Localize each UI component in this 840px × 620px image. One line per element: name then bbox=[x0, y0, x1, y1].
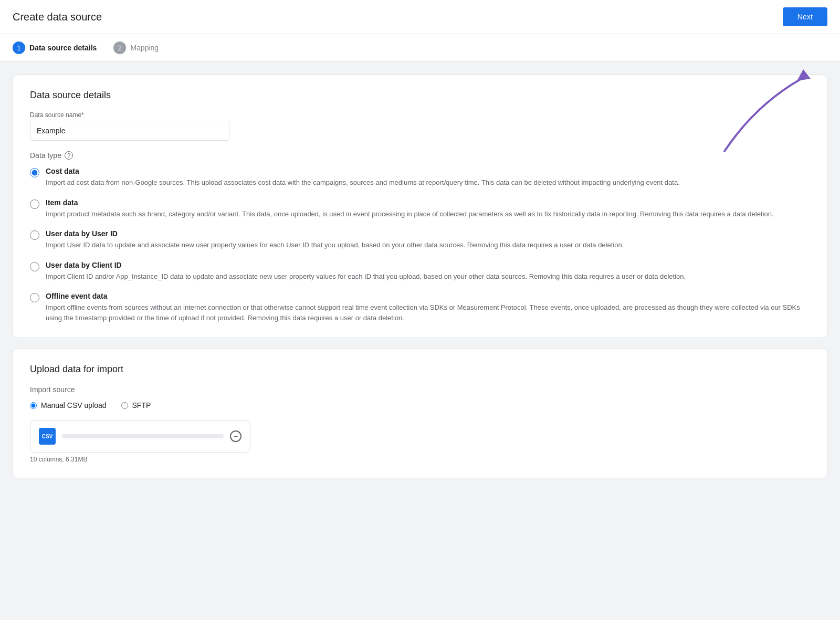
radio-item-data-title: Item data bbox=[46, 198, 810, 207]
top-bar: Create data source Next bbox=[0, 0, 840, 34]
page-title: Create data source bbox=[13, 11, 102, 23]
radio-item-data-desc: Import product metadata such as brand, c… bbox=[46, 209, 810, 219]
step-2-label: Mapping bbox=[130, 44, 159, 52]
radio-user-id-title: User data by User ID bbox=[46, 229, 810, 238]
remove-file-icon[interactable]: − bbox=[230, 430, 242, 442]
file-progress-bar bbox=[62, 434, 224, 438]
file-upload-wrapper: CSV − 10 columns, 6.31MB bbox=[30, 420, 810, 463]
data-source-details-title: Data source details bbox=[30, 90, 810, 101]
radio-offline-desc: Import offline events from sources witho… bbox=[46, 302, 810, 323]
radio-sftp[interactable] bbox=[121, 402, 128, 409]
data-source-name-label: Data source name* bbox=[30, 111, 810, 119]
step-2: 2 Mapping bbox=[113, 41, 159, 54]
radio-option-user-id: User data by User ID Import User ID data… bbox=[30, 229, 810, 250]
radio-cost-data-desc: Import ad cost data from non-Google sour… bbox=[46, 177, 810, 188]
upload-data-card: Upload data for import Import source Man… bbox=[13, 349, 827, 478]
radio-option-cost-data: Cost data Import ad cost data from non-G… bbox=[30, 167, 810, 188]
radio-item-data[interactable] bbox=[30, 199, 39, 209]
radio-user-id[interactable] bbox=[30, 230, 39, 240]
next-button[interactable]: Next bbox=[783, 7, 827, 26]
radio-client-id[interactable] bbox=[30, 262, 39, 271]
main-content: Data source details Data source name* Da… bbox=[0, 62, 840, 501]
radio-cost-data-title: Cost data bbox=[46, 167, 810, 175]
data-type-section-label: Data type ? bbox=[30, 151, 810, 160]
step-1: 1 Data source details bbox=[13, 41, 97, 54]
data-type-help-icon[interactable]: ? bbox=[65, 151, 73, 160]
steps-bar: 1 Data source details 2 Mapping bbox=[0, 34, 840, 62]
radio-manual-csv[interactable] bbox=[30, 402, 37, 409]
upload-data-title: Upload data for import bbox=[30, 364, 810, 375]
csv-icon: CSV bbox=[39, 428, 56, 445]
radio-offline-title: Offline event data bbox=[46, 292, 810, 300]
radio-client-id-desc: Import Client ID and/or App_Instance_ID … bbox=[46, 271, 810, 282]
import-manual-csv[interactable]: Manual CSV upload bbox=[30, 401, 107, 409]
import-sftp[interactable]: SFTP bbox=[121, 401, 151, 409]
import-source-label: Import source bbox=[30, 385, 810, 394]
radio-user-id-desc: Import User ID data to update and associ… bbox=[46, 240, 810, 250]
step-1-label: Data source details bbox=[29, 44, 97, 52]
radio-option-client-id: User data by Client ID Import Client ID … bbox=[30, 261, 810, 282]
file-upload-area[interactable]: CSV − bbox=[30, 420, 250, 453]
radio-offline[interactable] bbox=[30, 293, 39, 302]
file-meta: 10 columns, 6.31MB bbox=[30, 456, 810, 463]
data-source-details-card: Data source details Data source name* Da… bbox=[13, 75, 827, 338]
radio-option-offline: Offline event data Import offline events… bbox=[30, 292, 810, 323]
radio-cost-data[interactable] bbox=[30, 168, 39, 177]
step-1-circle: 1 bbox=[13, 41, 25, 54]
radio-option-item-data: Item data Import product metadata such a… bbox=[30, 198, 810, 219]
import-source-row: Manual CSV upload SFTP bbox=[30, 401, 810, 409]
data-source-name-group: Data source name* bbox=[30, 111, 810, 141]
step-2-circle: 2 bbox=[113, 41, 126, 54]
radio-client-id-title: User data by Client ID bbox=[46, 261, 810, 269]
data-source-name-input[interactable] bbox=[30, 121, 229, 141]
